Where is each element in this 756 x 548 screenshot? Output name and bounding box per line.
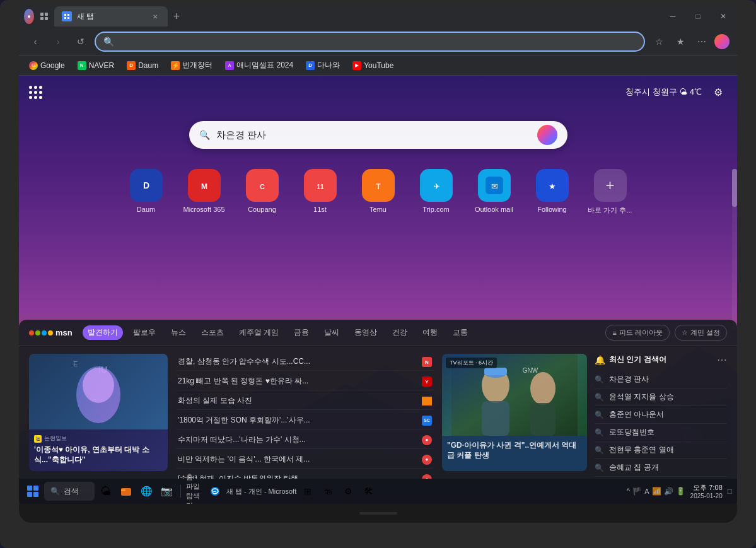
taskbar-clock[interactable]: 오후 7:08 2025-01-20: [690, 483, 723, 499]
trending-item-1[interactable]: 🔍 차은경 판사: [595, 371, 727, 388]
quick-link-add[interactable]: + 바로 가기 추...: [588, 169, 633, 215]
msn-nav-weather[interactable]: 날씨: [319, 325, 344, 340]
taskbar-grid-icon[interactable]: ⊞: [299, 482, 317, 500]
address-bar[interactable]: 🔍: [95, 32, 645, 52]
msn-nav-discover[interactable]: 발견하기: [83, 325, 123, 340]
new-tab-button[interactable]: +: [168, 8, 185, 25]
user-avatar[interactable]: [714, 34, 730, 49]
bookmark-youtube[interactable]: ▶ YouTube: [347, 58, 398, 73]
settings-button[interactable]: ⚙: [709, 83, 727, 101]
quick-link-temu[interactable]: T Temu: [356, 169, 401, 215]
bookmark-google-label: Google: [40, 61, 65, 70]
bookmark-youtube-label: YouTube: [364, 61, 393, 70]
bookmark-naver[interactable]: N NAVER: [73, 58, 119, 73]
forward-button[interactable]: ›: [49, 33, 67, 50]
daum-favicon: D: [127, 61, 136, 70]
layout-icon: ≡: [612, 329, 616, 337]
quick-link-outlook[interactable]: ✉ Outlook mail: [472, 169, 517, 215]
trending-item-3[interactable]: 🔍 홍준연 아나운서: [595, 406, 727, 424]
msn-nav-traffic[interactable]: 교통: [448, 325, 473, 340]
trending-item-5[interactable]: 🔍 전현무 홍준연 열애: [595, 441, 727, 459]
battery-icon[interactable]: 🔋: [676, 487, 685, 496]
news-list-item-6[interactable]: 비만 억제하는 '이 음식'... 한국에서 제... ●: [175, 452, 434, 469]
chevron-up-icon[interactable]: ^: [627, 487, 631, 496]
msn-nav-sports[interactable]: 스포츠: [196, 325, 229, 340]
msn-nav-follow[interactable]: 팔로우: [128, 325, 161, 340]
browser-tab-label[interactable]: 새 탭 - 개인 - Microsoft: [226, 487, 296, 496]
news-card-left[interactable]: E IU 논 논현일보 '이종석♥ 아이유, 연초부터 대박 소식: [29, 354, 168, 471]
start-button[interactable]: [24, 482, 42, 500]
volume-icon[interactable]: 🔊: [664, 487, 673, 496]
trending-item-4[interactable]: 🔍 로또당첨번호: [595, 424, 727, 441]
active-tab[interactable]: 새 탭 ✕: [54, 6, 168, 26]
trending-item-2[interactable]: 🔍 윤석열 지지율 상승: [595, 388, 727, 406]
quick-link-coupang[interactable]: C Coupang: [240, 169, 285, 215]
taskbar-store-icon[interactable]: 🛍: [319, 482, 337, 500]
bookmark-anime[interactable]: A 애니멈샐표 2024: [220, 58, 298, 73]
profile-circle[interactable]: ●: [24, 11, 34, 21]
quick-link-m365[interactable]: M Microsoft 365: [182, 169, 227, 215]
wifi-icon[interactable]: 📶: [652, 487, 661, 496]
flag-icon[interactable]: 🏴: [632, 487, 642, 496]
extensions-icon[interactable]: [39, 11, 49, 21]
search-input[interactable]: 차은경 판사: [216, 129, 531, 141]
minimize-button[interactable]: ─: [664, 8, 682, 25]
msn-nav-health[interactable]: 건강: [387, 325, 412, 340]
news-list-item-1[interactable]: 경찰, 삼청동 안가 압수수색 시도...CC... N: [175, 354, 434, 371]
more-menu-button[interactable]: ⋯: [693, 33, 711, 50]
bookmark-star-icon[interactable]: ☆: [650, 33, 668, 50]
tab-close-button[interactable]: ✕: [150, 11, 160, 21]
restore-button[interactable]: □: [689, 8, 707, 25]
svg-rect-42: [484, 368, 507, 375]
close-button[interactable]: ✕: [714, 8, 732, 25]
quick-link-11st[interactable]: 11 11st: [298, 169, 343, 215]
quick-link-temu-label: Temu: [369, 206, 387, 213]
msn-nav-travel[interactable]: 여행: [417, 325, 443, 340]
reload-button[interactable]: ↺: [72, 33, 90, 50]
news-card-center[interactable]: GNW TV리포트 · 6시간 "GD·아이유가 사귄 격"..연예게서 역: [442, 354, 587, 471]
taskbar-home-label[interactable]: 홈 - 파일 탐색기: [186, 482, 204, 500]
keyboard-indicator[interactable]: A: [644, 487, 649, 495]
msn-nav-news[interactable]: 뉴스: [166, 325, 191, 340]
search-box[interactable]: 🔍 차은경 판사: [189, 121, 567, 149]
temu-icon: T: [362, 169, 395, 202]
coupang-icon: C: [246, 169, 279, 202]
add-shortcut-button[interactable]: +: [594, 169, 627, 202]
msn-nav-video[interactable]: 동영상: [349, 325, 382, 340]
trending-text-1: 차은경 판사: [609, 374, 649, 385]
bookmark-danawa[interactable]: D 다나와: [301, 58, 345, 73]
bookmark-daum[interactable]: D Daum: [122, 58, 163, 73]
weather-info[interactable]: 청주시 청원구 🌤 4℃: [625, 86, 702, 98]
feed-layout-button[interactable]: ≡ 피드 레이아웃: [605, 325, 669, 341]
youtube-favicon: ▶: [352, 61, 361, 70]
taskbar-tools-icon[interactable]: 🛠: [359, 482, 377, 500]
news-list-item-2[interactable]: 21kg 빼고 반쪽 된 정형돈 ♥한유라 싸... Y: [175, 373, 434, 390]
quick-link-following[interactable]: ★ Following: [530, 169, 575, 215]
clock-date: 2025-01-20: [690, 493, 723, 499]
bookmark-manage-icon[interactable]: ★: [672, 33, 689, 50]
news-list-item-3[interactable]: 화성의 실제 모습 사진: [175, 393, 434, 410]
bookmark-bunjang[interactable]: ⚡ 번개장터: [166, 58, 218, 73]
taskbar-search[interactable]: 🔍 검색: [44, 482, 95, 501]
taskbar-browser-icon[interactable]: 🌐: [137, 482, 155, 500]
taskbar-files-icon[interactable]: [117, 482, 135, 500]
trending-more-button[interactable]: ⋯: [717, 354, 727, 366]
news-item-title-3: 화성의 실제 모습 사진: [178, 396, 417, 406]
account-settings-button[interactable]: ☆ 계민 설정: [675, 325, 727, 341]
news-list-item-7[interactable]: [속보] 현재, 이진숙 방통위원장 탄핵... ●: [175, 471, 434, 479]
taskbar-settings-icon[interactable]: ⚙: [339, 482, 357, 500]
notification-icon[interactable]: □: [728, 487, 732, 496]
bookmark-google[interactable]: G Google: [24, 58, 70, 73]
quick-link-tripcom[interactable]: ✈ Trip.com: [414, 169, 459, 215]
taskbar-camera-icon[interactable]: 📷: [158, 482, 175, 500]
msn-nav-finance[interactable]: 금융: [289, 325, 314, 340]
quick-link-daum[interactable]: D Daum: [124, 169, 169, 215]
back-button[interactable]: ‹: [26, 33, 44, 50]
news-list-item-4[interactable]: '1800억 거절한 SON 후회할까'...'사우... SC: [175, 412, 434, 429]
taskbar-edge-icon[interactable]: [206, 482, 224, 500]
trending-item-6[interactable]: 🔍 송혜교 집 공개: [595, 459, 727, 477]
taskbar-weather-icon[interactable]: 🌤: [97, 482, 115, 500]
msn-nav-games[interactable]: 케주얼 게임: [234, 325, 284, 340]
news-list-item-5[interactable]: 수지마저 떠났다...'나라는 가수' 시청... ●: [175, 432, 434, 449]
tab-favicon: [62, 11, 72, 21]
